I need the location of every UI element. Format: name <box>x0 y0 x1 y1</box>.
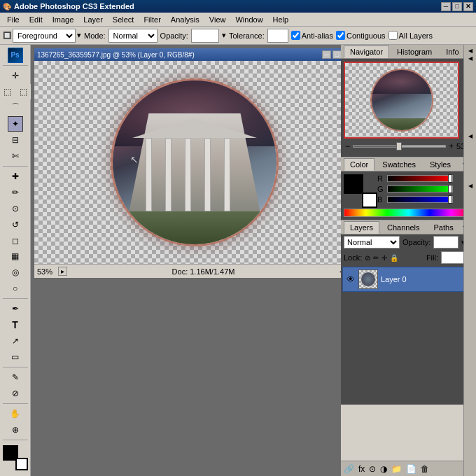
menu-file[interactable]: File <box>3 14 24 25</box>
anti-alias-checkbox-label[interactable]: Anti-alias <box>291 31 333 40</box>
new-layer-icon[interactable]: 📄 <box>406 464 416 474</box>
options-bar: 🔲 Foreground ▾ Mode: Normal Opacity: 100… <box>0 27 476 45</box>
tool-lasso[interactable]: ⌒ <box>8 100 23 115</box>
fisheye-inner <box>113 80 276 244</box>
close-button[interactable]: ✕ <box>463 2 473 11</box>
maximize-button[interactable]: □ <box>452 2 462 11</box>
tool-preset-select[interactable]: Foreground <box>13 29 76 43</box>
lock-all-icon[interactable]: 🔒 <box>390 254 398 262</box>
link-layers-icon[interactable]: 🔗 <box>344 464 354 474</box>
doc-maximize-btn[interactable]: □ <box>332 50 341 59</box>
layer-fx-icon[interactable]: fx <box>358 464 365 474</box>
zoom-thumb[interactable] <box>396 142 402 150</box>
delete-layer-icon[interactable]: 🗑 <box>421 464 429 474</box>
fg-swatch[interactable] <box>344 174 363 194</box>
layer-visibility-eye[interactable]: 👁 <box>346 274 356 284</box>
fill-input[interactable]: 100% <box>441 251 466 264</box>
tab-navigator[interactable]: Navigator <box>344 46 389 58</box>
scroll-left-btn[interactable]: ◂ <box>340 267 341 275</box>
menu-select[interactable]: Select <box>108 14 139 25</box>
menu-image[interactable]: Image <box>48 14 78 25</box>
tool-eyedropper[interactable]: ⊘ <box>8 386 23 401</box>
b-slider[interactable] <box>387 196 453 203</box>
opacity-input[interactable]: 100% <box>191 29 219 43</box>
tool-magic-wand[interactable]: ✦ <box>8 116 23 132</box>
layer-0-row[interactable]: 👁 Layer 0 <box>342 267 475 292</box>
g-slider[interactable] <box>387 186 453 192</box>
contiguous-checkbox-label[interactable]: Contiguous <box>336 31 386 40</box>
tool-hand[interactable]: ✋ <box>8 406 23 421</box>
tool-dodge[interactable]: ○ <box>8 281 23 296</box>
menu-analysis[interactable]: Analysis <box>167 14 204 25</box>
tool-pen[interactable]: ✒ <box>8 301 23 316</box>
color-spectrum[interactable] <box>344 209 473 217</box>
tab-info[interactable]: Info <box>440 46 465 58</box>
menu-window[interactable]: Window <box>231 14 267 25</box>
adjustment-layer-icon[interactable]: ◑ <box>380 464 387 474</box>
tab-layers[interactable]: Layers <box>344 221 379 234</box>
tool-crop[interactable]: ⊟ <box>8 132 23 148</box>
blend-mode-select[interactable]: Normal <box>344 236 400 248</box>
tool-clone[interactable]: ⊙ <box>8 201 23 216</box>
tab-styles[interactable]: Styles <box>424 158 457 171</box>
menu-help[interactable]: Help <box>269 14 293 25</box>
tool-path-select[interactable]: ↗ <box>8 333 23 349</box>
doc-minimize-btn[interactable]: ─ <box>322 50 331 59</box>
tool-notes[interactable]: ✎ <box>8 370 23 385</box>
new-group-icon[interactable]: 📁 <box>391 464 402 474</box>
tool-marquee2[interactable]: ⬚ <box>15 84 31 99</box>
tab-swatches[interactable]: Swatches <box>376 158 422 171</box>
tool-blur[interactable]: ◎ <box>8 265 23 280</box>
tool-healing[interactable]: ✚ <box>8 169 23 184</box>
minimize-button[interactable]: ─ <box>441 2 451 11</box>
tool-eraser[interactable]: ◻ <box>8 233 23 248</box>
zoom-slider[interactable] <box>353 145 446 148</box>
menu-filter[interactable]: Filter <box>139 14 164 25</box>
tab-paths[interactable]: Paths <box>428 221 460 234</box>
r-slider[interactable] <box>387 175 453 182</box>
b-thumb[interactable] <box>448 195 452 204</box>
tool-shape[interactable]: ▭ <box>8 349 23 365</box>
contiguous-checkbox[interactable] <box>336 31 345 40</box>
zoom-in-icon[interactable]: + <box>449 141 454 151</box>
zoom-btn[interactable]: ▸ <box>58 267 67 276</box>
tab-color[interactable]: Color <box>344 158 374 171</box>
tool-type[interactable]: T <box>8 317 23 332</box>
lock-image-icon[interactable]: ✏ <box>373 254 379 262</box>
tab-channels[interactable]: Channels <box>381 221 426 234</box>
layer-mask-icon[interactable]: ⊙ <box>369 464 376 474</box>
zoom-out-icon[interactable]: − <box>345 141 350 151</box>
tool-gradient[interactable]: ▦ <box>8 248 23 264</box>
tool-move[interactable]: ✛ <box>8 68 23 83</box>
mode-select[interactable]: Normal <box>108 29 158 43</box>
background-color[interactable] <box>15 458 28 470</box>
collapse-btn-top[interactable]: ◀ <box>468 48 472 54</box>
tolerance-input[interactable]: 32 <box>267 29 288 43</box>
lock-position-icon[interactable]: ✛ <box>382 254 387 262</box>
collapse-btn-nav[interactable]: ◀ <box>468 55 472 62</box>
all-layers-checkbox-label[interactable]: All Layers <box>388 31 433 40</box>
anti-alias-checkbox[interactable] <box>291 31 300 40</box>
menu-view[interactable]: View <box>205 14 230 25</box>
g-thumb[interactable] <box>448 185 452 193</box>
color-swatch-area[interactable] <box>3 445 28 470</box>
tool-zoom[interactable]: ⊕ <box>8 422 23 438</box>
collapse-btn-color[interactable]: ◀ <box>468 133 472 139</box>
all-layers-checkbox[interactable] <box>388 31 398 40</box>
right-panel-area: ◀ ◀ ◀ ◀ Navigator Histogram Info ▾ ✕ <box>341 45 476 476</box>
tool-marquee[interactable]: ⬚ <box>0 84 15 99</box>
doc-canvas[interactable]: ↖ <box>34 61 341 264</box>
tool-history-brush[interactable]: ↺ <box>8 217 23 232</box>
collapse-btn-layers[interactable]: ◀ <box>468 183 472 189</box>
tool-slice[interactable]: ✄ <box>8 148 23 164</box>
lock-transparent-icon[interactable]: ⊘ <box>365 254 370 262</box>
menu-edit[interactable]: Edit <box>25 14 47 25</box>
menu-layer[interactable]: Layer <box>79 14 107 25</box>
tool-brush[interactable]: ✏ <box>8 185 23 200</box>
opacity-input[interactable]: 100% <box>433 236 458 248</box>
tab-histogram[interactable]: Histogram <box>391 46 438 58</box>
doc-status-bar: 53% ▸ Doc: 1.16M/1.47M ◂ ▸ <box>34 264 341 278</box>
r-thumb[interactable] <box>448 174 452 183</box>
navigator-preview <box>344 62 459 139</box>
bg-swatch[interactable] <box>362 192 377 208</box>
